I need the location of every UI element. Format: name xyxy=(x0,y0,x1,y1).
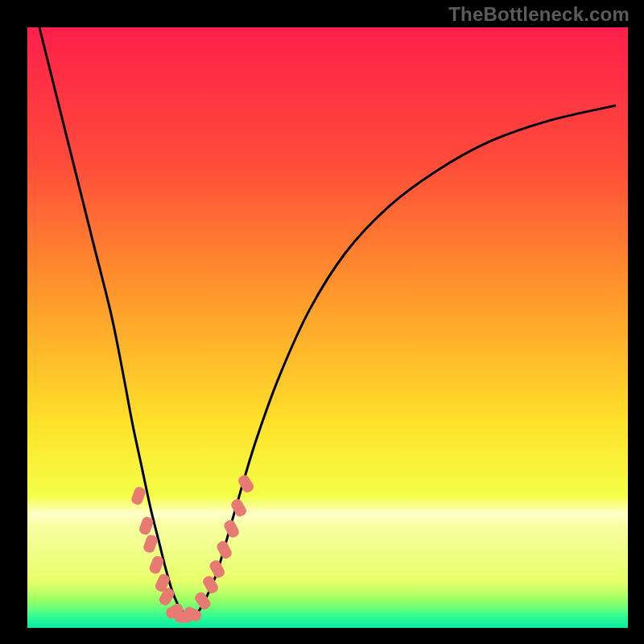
watermark-label: TheBottleneck.com xyxy=(448,3,630,26)
curve-marker xyxy=(130,485,147,506)
curve-marker xyxy=(237,473,256,494)
curve-marker xyxy=(193,590,213,611)
svg-rect-12 xyxy=(215,539,233,560)
curve-marker xyxy=(229,497,248,518)
svg-rect-13 xyxy=(222,518,241,539)
svg-rect-2 xyxy=(142,534,159,554)
svg-rect-14 xyxy=(229,497,248,518)
curve-marker xyxy=(215,539,233,560)
svg-rect-0 xyxy=(130,485,147,506)
curve-marker xyxy=(222,518,241,539)
plot-area xyxy=(27,27,628,628)
curve-marker xyxy=(142,534,159,554)
curve-layer xyxy=(27,27,628,628)
svg-rect-9 xyxy=(193,590,213,611)
chart-frame: TheBottleneck.com xyxy=(0,0,644,644)
svg-rect-15 xyxy=(237,473,256,494)
bottleneck-curve xyxy=(39,27,616,617)
